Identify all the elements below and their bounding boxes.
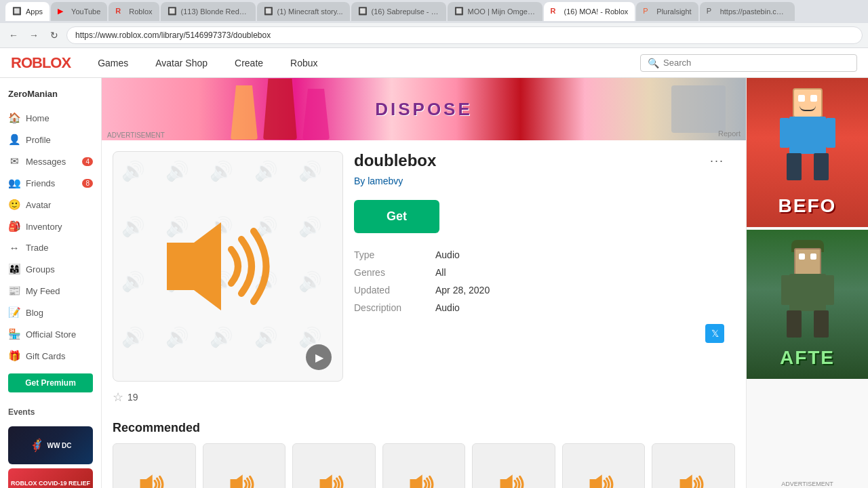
app-layout: ZeroManian 🏠 Home 👤 Profile ✉ Messages 4… [0,78,868,488]
sidebar-item-friends[interactable]: 👥 Friends 8 [0,172,101,194]
tab-favicon-minecraft: 🔲 [264,7,273,16]
sidebar-item-profile[interactable]: 👤 Profile [0,129,101,150]
tab-label-roblox1: Roblox [129,7,152,16]
sidebar-item-groups[interactable]: 👨‍👩‍👧 Groups [0,258,101,280]
friends-icon: 👥 [8,177,20,189]
asset-title: doublebox [354,151,436,170]
tab-minecraft[interactable]: 🔲 (1) Minecraft story... [257,2,350,21]
tab-blonde[interactable]: 🔲 (113) Blonde Redhe... [161,2,256,21]
tab-label-youtube: YouTube [71,7,100,16]
sidebar-label-messages: Messages [26,157,66,167]
friends-badge: 8 [82,179,93,188]
star-icon[interactable]: ☆ [113,390,123,405]
nav-create[interactable]: Create [229,55,269,71]
rec-audio-icon-0 [137,470,171,488]
rec-thumb-6[interactable]: ▶ [652,443,735,488]
sidebar-label-gift-cards: Gift Cards [26,351,66,361]
address-bar[interactable] [66,26,863,44]
asset-info: doublebox ··· By lamebvy Get Type Audio … [343,151,735,405]
get-button[interactable]: Get [354,200,439,233]
sidebar-item-gift-cards[interactable]: 🎁 Gift Cards [0,345,101,367]
tab-favicon-roblox1: R [115,7,125,16]
sidebar-item-home[interactable]: 🏠 Home [0,107,101,129]
sidebar-label-trade: Trade [26,243,48,253]
recommended-section: Recommended ▶ Caillou Trap... [102,415,746,488]
sidebar-item-official-store[interactable]: 🏪 Official Store [0,323,101,345]
get-premium-button[interactable]: Get Premium [8,373,93,392]
description-label: Description [354,302,435,313]
event-card-wonder-woman[interactable]: 🦸 WW DC [8,426,93,464]
twitter-share-button[interactable]: 𝕏 [705,324,724,343]
asset-preview: 🔊🔊🔊🔊🔊 🔊🔊🔊🔊🔊 🔊🔊🔊🔊🔊 🔊🔊🔊🔊🔊 [113,151,343,405]
asset-menu-button[interactable]: ··· [710,154,724,168]
svg-marker-7 [679,475,692,488]
messages-icon: ✉ [8,155,20,167]
tab-sabrepulse[interactable]: 🔲 (16) Sabrepulse - Cl... [351,2,446,21]
refresh-button[interactable]: ↻ [46,27,62,43]
rec-audio-icon-3 [407,470,441,488]
rec-thumb-1[interactable]: ▶ [203,443,286,488]
svg-marker-4 [410,475,422,488]
tab-apps[interactable]: 🔲 Apps [5,2,50,21]
rec-thumb-4[interactable]: ▶ [472,443,555,488]
description-value: Audio [435,302,724,313]
browser-tabs: 🔲 Apps ▶ YouTube R Roblox 🔲 (113) Blonde… [0,0,868,23]
nav-avatar-shop[interactable]: Avatar Shop [150,55,213,71]
tab-roblox-1[interactable]: R Roblox [108,2,159,21]
rec-thumb-5[interactable]: ▶ [562,443,646,488]
sidebar-item-inventory[interactable]: 🎒 Inventory [0,216,101,237]
messages-badge: 4 [82,157,93,166]
inventory-icon: 🎒 [8,220,20,232]
tab-label-apps: Apps [26,7,43,16]
tab-favicon-moo: 🔲 [454,7,464,16]
tab-pluralsight[interactable]: P Pluralsight [636,2,698,21]
tab-favicon-sabrepulse: 🔲 [358,7,368,16]
profile-icon: 👤 [8,134,20,146]
sidebar-item-avatar[interactable]: 🙂 Avatar [0,194,101,216]
tab-favicon-moai: R [551,7,560,16]
list-item: ▶ Ten Million... [203,443,286,488]
sidebar-item-messages[interactable]: ✉ Messages 4 [0,150,101,172]
tab-youtube[interactable]: ▶ YouTube [51,2,107,21]
trade-icon: ↔ [8,242,20,253]
event-card-covid[interactable]: ROBLOX COVID-19 RELIEF 🍽️ NO KID HUNGRY [8,468,93,488]
search-bar[interactable]: 🔍 [640,54,857,72]
audio-svg-icon [153,205,302,327]
ad-label: ADVERTISEMENT [107,131,165,139]
sidebar-item-myfeed[interactable]: 📰 My Feed [0,280,101,302]
report-button[interactable]: Report [718,129,741,138]
sidebar-label-groups: Groups [26,264,55,274]
rec-audio-icon-6 [677,470,711,488]
nav-games[interactable]: Games [92,55,134,71]
gift-cards-icon: 🎁 [8,350,20,362]
updated-value: Apr 28, 2020 [435,285,724,296]
svg-marker-2 [230,475,242,488]
twitter-share-area: 𝕏 [354,324,724,343]
forward-button[interactable]: → [26,27,42,43]
play-button[interactable]: ▶ [306,344,332,370]
sidebar-label-official-store: Official Store [26,329,76,340]
rec-audio-icon-4 [497,470,531,488]
nav-robux[interactable]: Robux [285,55,323,71]
tab-label-pastebin: https://pastebin.com... [720,7,788,16]
search-input[interactable] [663,58,850,68]
rec-thumb-0[interactable]: ▶ [113,443,196,488]
updated-label: Updated [354,285,435,296]
tab-moo[interactable]: 🔲 MOO | Mijn Omgev... [448,2,542,21]
asset-author[interactable]: By lamebvy [354,176,724,186]
svg-marker-5 [500,475,512,488]
sidebar-item-blog[interactable]: 📝 Blog [0,302,101,323]
rec-thumb-2[interactable]: ▶ [292,443,376,488]
tab-moai-roblox[interactable]: R (16) MOA! - Roblox [544,2,635,21]
back-button[interactable]: ← [5,27,22,43]
rec-audio-icon-2 [317,470,351,488]
tab-favicon-apps: 🔲 [12,7,22,16]
type-value: Audio [435,249,724,260]
rec-thumb-3[interactable]: ▶ [382,443,466,488]
list-item: ▶ NARWHALS... [382,443,466,488]
tab-pastebin[interactable]: P https://pastebin.com... [700,2,795,21]
events-label: Events [0,402,101,422]
asset-section: 🔊🔊🔊🔊🔊 🔊🔊🔊🔊🔊 🔊🔊🔊🔊🔊 🔊🔊🔊🔊🔊 [102,140,746,415]
sidebar-item-trade[interactable]: ↔ Trade [0,237,101,258]
svg-marker-3 [320,475,332,488]
